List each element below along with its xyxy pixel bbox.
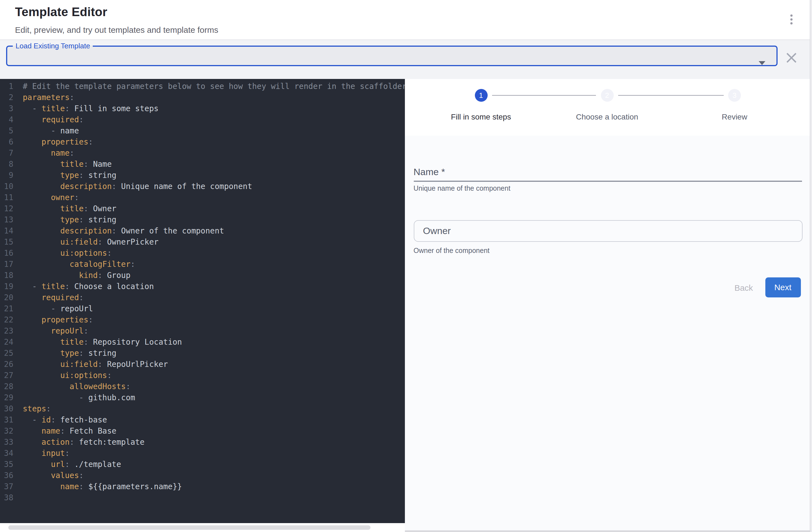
line-number: 22 — [0, 314, 13, 325]
line-number: 12 — [0, 203, 13, 214]
load-template-section: Load Existing Template — [0, 40, 810, 79]
line-number: 33 — [0, 436, 13, 448]
line-number: 30 — [0, 403, 13, 414]
line-number: 2 — [0, 92, 13, 103]
next-button[interactable]: Next — [765, 277, 801, 297]
code-line: 1# Edit the template parameters below to… — [0, 81, 405, 92]
page-title: Template Editor — [15, 5, 107, 19]
line-number: 10 — [0, 181, 13, 192]
line-number: 24 — [0, 336, 13, 348]
kebab-menu-icon — [791, 14, 793, 17]
line-number: 34 — [0, 448, 13, 459]
code-line: 36 values: — [0, 470, 405, 481]
owner-input-label: Owner — [423, 225, 451, 237]
code-line: 8 title: Name — [0, 158, 405, 170]
line-number: 1 — [0, 81, 13, 92]
vertical-scrollbar[interactable] — [810, 0, 812, 532]
line-number: 15 — [0, 236, 13, 247]
horizontal-scrollbar-thumb[interactable] — [8, 525, 370, 530]
load-existing-template-select[interactable]: Load Existing Template — [6, 42, 778, 66]
line-number: 5 — [0, 125, 13, 136]
line-number: 3 — [0, 103, 13, 114]
name-input-label: Name * — [414, 167, 445, 177]
owner-input[interactable]: Owner — [414, 220, 802, 242]
step-3-label: Review — [722, 112, 747, 122]
code-line: 16 ui:options: — [0, 247, 405, 258]
step-connector — [492, 95, 596, 96]
code-line: 15 ui:field: OwnerPicker — [0, 236, 405, 247]
line-number: 16 — [0, 247, 13, 258]
code-line: 33 action: fetch:template — [0, 436, 405, 448]
code-line: 29 - github.com — [0, 392, 405, 403]
code-line: 35 url: ./template — [0, 459, 405, 470]
kebab-menu-button[interactable] — [784, 10, 799, 29]
line-number: 6 — [0, 136, 13, 147]
line-number: 20 — [0, 292, 13, 303]
step-2-label: Choose a location — [576, 112, 638, 122]
line-number: 7 — [0, 147, 13, 158]
name-input[interactable]: Name * — [414, 167, 802, 181]
code-line: 31 - id: fetch-base — [0, 414, 405, 425]
line-number: 35 — [0, 459, 13, 470]
line-number: 18 — [0, 270, 13, 281]
code-line: 30steps: — [0, 403, 405, 414]
code-line: 5 - name — [0, 125, 405, 136]
line-number: 23 — [0, 325, 13, 336]
code-line: 24 title: Repository Location — [0, 336, 405, 348]
line-number: 31 — [0, 414, 13, 425]
code-line: 6 properties: — [0, 136, 405, 147]
code-line: 34 input: — [0, 448, 405, 459]
code-line: 18 kind: Group — [0, 270, 405, 281]
code-line: 38 — [0, 492, 405, 503]
code-line: 19 - title: Choose a location — [0, 281, 405, 292]
line-number: 21 — [0, 303, 13, 314]
line-number: 28 — [0, 381, 13, 392]
code-line: 20 required: — [0, 292, 405, 303]
code-line: 7 name: — [0, 147, 405, 158]
step-connector — [618, 95, 724, 96]
code-line: 2parameters: — [0, 92, 405, 103]
line-number: 4 — [0, 114, 13, 125]
line-number: 29 — [0, 392, 13, 403]
step-3-indicator: 3 — [728, 89, 741, 102]
code-line: 26 ui:field: RepoUrlPicker — [0, 359, 405, 370]
stepper: 1Fill in some steps2Choose a location3Re… — [405, 79, 810, 136]
code-line: 17 catalogFilter: — [0, 258, 405, 270]
step-1-label: Fill in some steps — [451, 112, 511, 122]
code-line: 22 properties: — [0, 314, 405, 325]
code-line: 10 description: Unique name of the compo… — [0, 181, 405, 192]
code-line: 27 ui:options: — [0, 370, 405, 381]
line-number: 14 — [0, 225, 13, 236]
name-input-underline — [414, 181, 802, 182]
line-number: 36 — [0, 470, 13, 481]
code-line: 11 owner: — [0, 192, 405, 203]
line-number: 25 — [0, 348, 13, 359]
back-button[interactable]: Back — [727, 282, 760, 293]
code-line: 28 allowedHosts: — [0, 381, 405, 392]
code-editor[interactable]: 1# Edit the template parameters below to… — [0, 79, 405, 523]
load-existing-template-label: Load Existing Template — [13, 42, 93, 50]
right-bottom-scrollbar-track[interactable] — [405, 530, 810, 532]
caret-down-icon[interactable] — [759, 61, 765, 65]
line-number: 37 — [0, 481, 13, 492]
step-2-indicator: 2 — [601, 89, 613, 102]
line-number: 19 — [0, 281, 13, 292]
line-number: 8 — [0, 158, 13, 170]
line-number: 27 — [0, 370, 13, 381]
editor-horizontal-scrollbar[interactable] — [0, 523, 405, 532]
name-helper-text: Unique name of the component — [414, 184, 510, 192]
line-number: 9 — [0, 170, 13, 181]
code-line: 21 - repoUrl — [0, 303, 405, 314]
page-subtitle: Edit, preview, and try out templates and… — [15, 25, 218, 34]
clear-template-button[interactable] — [784, 51, 799, 65]
owner-helper-text: Owner of the component — [414, 247, 490, 255]
code-line: 3 - title: Fill in some steps — [0, 103, 405, 114]
close-icon — [784, 51, 799, 65]
step-1-indicator: 1 — [475, 89, 487, 102]
code-line: 13 type: string — [0, 214, 405, 225]
code-line: 9 type: string — [0, 170, 405, 181]
code-line: 12 title: Owner — [0, 203, 405, 214]
line-number: 13 — [0, 214, 13, 225]
code-line: 23 repoUrl: — [0, 325, 405, 336]
line-number: 32 — [0, 425, 13, 436]
